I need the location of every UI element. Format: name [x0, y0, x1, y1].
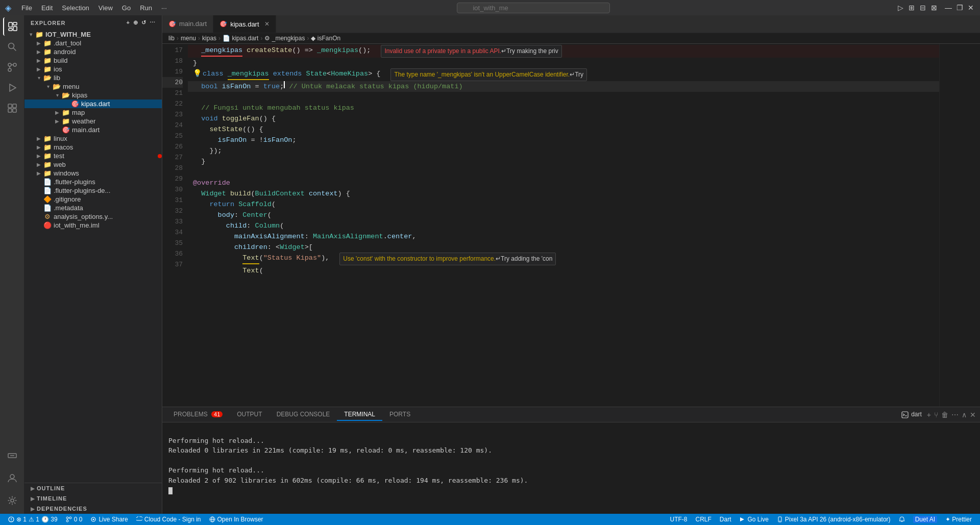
sidebar-item-lib[interactable]: ▾ 📂 lib [24, 73, 162, 82]
breadcrumb-isfanon[interactable]: ◆ isFanOn [311, 35, 340, 42]
minimize-button[interactable]: — [944, 4, 952, 12]
code-line-35: children: <Widget>[ [188, 242, 939, 253]
panel-add-terminal[interactable]: + [927, 411, 931, 419]
status-duet-ai[interactable]: Duet AI [909, 514, 941, 525]
sidebar-item-test[interactable]: ▶ 📁 test [24, 152, 162, 160]
menu-file[interactable]: File [17, 3, 36, 13]
sidebar-header: EXPLORER + ⊕ ↺ ⋯ [24, 15, 162, 30]
grid-button[interactable]: ⊠ [930, 4, 938, 12]
sidebar-item-android[interactable]: ▶ 📁 android [24, 47, 162, 56]
sidebar-item-iml[interactable]: ▶ 🔴 iot_with_me.iml [24, 221, 162, 230]
status-language[interactable]: Dart [716, 514, 736, 525]
menu-edit[interactable]: Edit [37, 3, 57, 13]
svg-rect-11 [13, 104, 16, 108]
layout-button[interactable]: ⊞ [908, 4, 916, 12]
status-errors[interactable]: ⊗ 1 ⚠ 1 🕐 39 [4, 514, 62, 525]
explorer-icon[interactable] [3, 17, 21, 36]
search-input[interactable] [457, 3, 610, 13]
status-prettier[interactable]: ✦ Prettier [941, 514, 976, 525]
panel-kill-terminal[interactable]: 🗑 [941, 411, 948, 419]
split-button[interactable]: ⊟ [919, 4, 927, 12]
editor-panel-container: 17 18 19 20 21 22 23 24 25 26 27 28 29 3… [162, 44, 980, 514]
sidebar-item-build[interactable]: ▶ 📁 build [24, 56, 162, 65]
sidebar-item-kipas[interactable]: ▾ 📂 kipas [24, 91, 162, 99]
sidebar-item-map[interactable]: ▶ 📁 map [24, 108, 162, 117]
panel-split-terminal[interactable]: ⑂ [934, 411, 938, 419]
new-folder-icon[interactable]: ⊕ [133, 19, 138, 26]
status-eol[interactable]: CRLF [691, 514, 715, 525]
sidebar-item-ios[interactable]: ▶ 📁 ios [24, 65, 162, 73]
sidebar-item-kipas-dart[interactable]: ▶ 🎯 kipas.dart [24, 99, 162, 108]
menu-more[interactable]: ··· [157, 3, 171, 13]
close-button[interactable]: ✕ [967, 4, 975, 12]
maximize-button[interactable]: ❐ [955, 4, 964, 12]
status-cloud-code[interactable]: Cloud Code - Sign in [132, 514, 205, 525]
status-device[interactable]: Pixel 3a API 26 (android-x86-emulator) [773, 514, 895, 525]
sidebar-item-weather[interactable]: ▶ 📁 weather [24, 117, 162, 126]
sidebar-item-flutter-plugins-de[interactable]: ▶ 📄 .flutter-plugins-de... [24, 186, 162, 195]
settings-icon[interactable] [3, 491, 21, 510]
ios-folder-icon: 📁 [43, 65, 52, 73]
search-icon[interactable] [3, 38, 21, 56]
sidebar-outline[interactable]: ▶ OUTLINE [24, 483, 162, 493]
breadcrumb-mengkipas[interactable]: ⚙ _mengkipas [264, 35, 305, 42]
sidebar-item-flutter-plugins[interactable]: ▶ 📄 .flutter-plugins [24, 178, 162, 186]
sidebar-item-web[interactable]: ▶ 📁 web [24, 160, 162, 169]
terminal-body[interactable]: Performing hot reload... Reloaded 0 libr… [162, 422, 980, 514]
status-encoding[interactable]: UTF-8 [666, 514, 691, 525]
breadcrumb-lib[interactable]: lib [168, 35, 175, 42]
breadcrumb-kipas-dart[interactable]: 📄 kipas.dart [223, 35, 258, 42]
panel-tab-ports[interactable]: PORTS [382, 409, 418, 421]
sidebar-item-analysis-options[interactable]: ▶ ⚙ analysis_options.y... [24, 212, 162, 221]
menu-run[interactable]: Run [136, 3, 156, 13]
collapse-icon[interactable]: ⋯ [150, 19, 156, 26]
run-debug-icon[interactable] [3, 79, 21, 97]
status-go-live[interactable]: Go Live [735, 514, 772, 525]
refresh-icon[interactable]: ↺ [141, 19, 146, 26]
tab-kipas-dart[interactable]: 🎯 kipas.dart ✕ [213, 15, 276, 33]
tree-root[interactable]: ▾ 📁 IOT_WITH_ME [24, 30, 162, 39]
extensions-icon[interactable] [3, 99, 21, 117]
panel-more[interactable]: ⋯ [951, 411, 959, 419]
account-icon[interactable] [3, 469, 21, 487]
iml-label: iot_with_me.iml [54, 221, 162, 229]
terminal-shell-label: dart [899, 411, 924, 418]
breadcrumb-menu[interactable]: menu [181, 35, 196, 42]
status-notifications[interactable] [895, 514, 909, 525]
run-button[interactable]: ▷ [896, 4, 904, 12]
code-editor[interactable]: 17 18 19 20 21 22 23 24 25 26 27 28 29 3… [162, 44, 980, 407]
code-content[interactable]: _mengkipas createState() => _mengkipas()… [188, 44, 939, 407]
sidebar-dependencies[interactable]: ▶ DEPENDENCIES [24, 504, 162, 514]
kipas-label: kipas [72, 91, 162, 99]
breadcrumb-sep2: › [198, 35, 200, 42]
menu-go[interactable]: Go [118, 3, 135, 13]
source-control-icon[interactable] [3, 58, 21, 77]
panel-tab-output[interactable]: OUTPUT [230, 409, 269, 421]
panel-close[interactable]: ✕ [970, 411, 976, 419]
remote-icon[interactable] [3, 446, 21, 465]
status-live-share[interactable]: Live Share [86, 514, 132, 525]
panel-tab-debug-console[interactable]: DEBUG CONSOLE [270, 409, 337, 421]
new-file-icon[interactable]: + [127, 19, 130, 26]
bulb-19[interactable]: 💡 [193, 68, 202, 79]
sidebar-item-linux[interactable]: ▶ 📁 linux [24, 134, 162, 143]
sidebar-item-dart-tool[interactable]: ▶ 📁 .dart_tool [24, 39, 162, 47]
sidebar-item-windows[interactable]: ▶ 📁 windows [24, 169, 162, 178]
breadcrumb-kipas[interactable]: kipas [202, 35, 216, 42]
panel-maximize[interactable]: ∧ [962, 411, 967, 419]
svg-rect-3 [9, 29, 12, 31]
status-git[interactable]: 0 0 [62, 514, 87, 525]
sidebar-timeline[interactable]: ▶ TIMELINE [24, 493, 162, 504]
status-open-browser[interactable]: Open In Browser [205, 514, 267, 525]
panel-tab-problems[interactable]: PROBLEMS 41 [166, 409, 230, 421]
sidebar-item-metadata[interactable]: ▶ 📄 .metadata [24, 204, 162, 212]
sidebar-item-macos[interactable]: ▶ 📁 macos [24, 143, 162, 152]
panel-tab-terminal[interactable]: TERMINAL [337, 409, 382, 421]
menu-selection[interactable]: Selection [58, 3, 93, 13]
tab-main-dart[interactable]: 🎯 main.dart [162, 15, 213, 33]
tab-kipas-close[interactable]: ✕ [264, 20, 270, 28]
sidebar-item-gitignore[interactable]: ▶ 🔶 .gitignore [24, 195, 162, 204]
sidebar-item-menu[interactable]: ▾ 📂 menu [24, 82, 162, 91]
sidebar-item-main-dart[interactable]: ▶ 🎯 main.dart [24, 126, 162, 134]
menu-view[interactable]: View [94, 3, 117, 13]
